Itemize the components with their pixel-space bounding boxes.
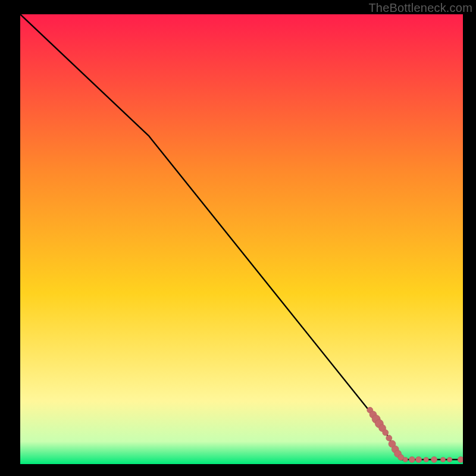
data-point-6 (386, 435, 392, 441)
data-point-11 (403, 457, 408, 462)
data-point-16 (441, 457, 446, 462)
data-point-14 (424, 457, 428, 462)
chart-frame: TheBottleneck.com (0, 0, 476, 476)
data-point-15 (431, 456, 437, 462)
data-point-18 (458, 456, 463, 462)
data-point-12 (409, 456, 415, 462)
chart-plot-area (20, 14, 463, 464)
chart-svg (20, 14, 463, 464)
data-point-5 (383, 430, 389, 436)
watermark-text: TheBottleneck.com (368, 1, 472, 15)
data-point-17 (447, 457, 452, 462)
data-point-13 (416, 456, 422, 462)
gradient-background (20, 14, 463, 464)
